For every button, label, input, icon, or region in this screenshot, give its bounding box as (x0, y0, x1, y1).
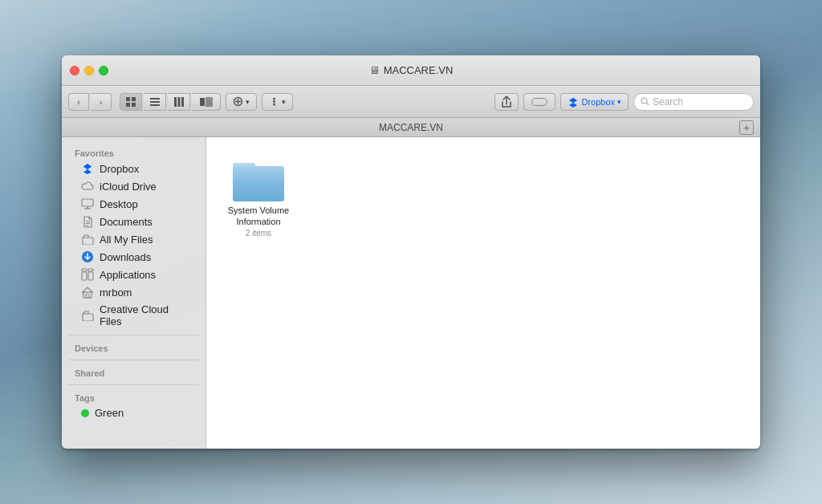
minimize-button[interactable] (84, 66, 94, 75)
forward-button[interactable]: › (91, 93, 112, 111)
svg-rect-0 (126, 97, 130, 101)
svg-rect-33 (86, 295, 89, 298)
sidebar-divider-2 (68, 360, 199, 360)
tags-label: Tags (62, 390, 206, 404)
arrange-button[interactable]: ▾ (226, 93, 257, 111)
sidebar-item-icloud[interactable]: iCloud Drive (65, 177, 202, 195)
forward-icon: › (100, 97, 103, 107)
monitor-icon: 🖥 (369, 64, 380, 76)
sidebar-item-desktop[interactable]: Desktop (65, 195, 202, 213)
svg-rect-2 (126, 103, 130, 107)
sidebar-divider-3 (68, 384, 199, 385)
view-cover-button[interactable] (192, 93, 221, 111)
close-button[interactable] (70, 66, 79, 75)
arrange-chevron: ▾ (246, 98, 250, 106)
svg-point-18 (641, 98, 647, 104)
sidebar: Favorites Dropbox iCloud Dri (62, 137, 206, 449)
title-bar: 🖥 MACCARE.VN (62, 55, 760, 86)
sidebar-item-downloads[interactable]: Downloads (65, 248, 202, 266)
sidebar-applications-label: Applications (100, 269, 156, 281)
sidebar-allmyfiles-label: All My Files (100, 234, 153, 246)
back-button[interactable]: ‹ (68, 93, 89, 111)
arrange-icon (233, 96, 243, 107)
tag-button[interactable] (523, 93, 555, 111)
folder-system-volume[interactable]: System Volume Information 2 items (222, 153, 295, 244)
icon-columns (173, 96, 185, 108)
folder-body (233, 166, 284, 201)
view-mode-buttons (120, 93, 221, 111)
desktop-icon (81, 197, 94, 210)
home-icon (81, 286, 94, 299)
toolbar: ‹ › (62, 86, 760, 118)
dropbox-button[interactable]: Dropbox ▾ (560, 93, 629, 111)
svg-rect-11 (206, 97, 213, 107)
svg-rect-34 (83, 314, 93, 321)
favorites-label: Favorites (62, 145, 206, 160)
applications-icon (81, 268, 94, 281)
sidebar-item-creative[interactable]: Creative Cloud Files (65, 301, 202, 330)
sidebar-creative-label: Creative Cloud Files (100, 303, 189, 327)
action-button[interactable]: ▾ (262, 93, 293, 111)
view-list-button[interactable] (144, 93, 166, 111)
svg-rect-7 (174, 97, 177, 107)
svg-rect-31 (88, 269, 93, 271)
icon-list (149, 96, 161, 108)
share-icon (501, 96, 512, 108)
svg-rect-30 (82, 269, 87, 271)
sidebar-item-tag-green[interactable]: Green (65, 404, 202, 421)
search-placeholder: Search (653, 96, 683, 108)
add-button[interactable]: + (739, 120, 754, 135)
documents-icon (81, 215, 94, 228)
svg-rect-28 (82, 272, 87, 280)
folder-count-system-volume: 2 items (246, 229, 271, 238)
nav-buttons: ‹ › (68, 93, 112, 111)
finder-window: 🖥 MACCARE.VN ‹ › (62, 55, 760, 449)
svg-rect-3 (132, 103, 136, 107)
shared-label: Shared (62, 365, 206, 380)
search-bar[interactable]: Search (633, 93, 754, 111)
svg-point-15 (273, 98, 275, 100)
sidebar-green-label: Green (95, 407, 124, 419)
sidebar-desktop-label: Desktop (100, 198, 138, 210)
sidebar-item-applications[interactable]: Applications (65, 266, 202, 283)
svg-rect-10 (200, 98, 205, 106)
dropbox-sidebar-icon (81, 162, 94, 175)
svg-rect-9 (181, 97, 184, 107)
view-icon-button[interactable] (120, 93, 142, 111)
view-column-button[interactable] (168, 93, 190, 111)
back-icon: ‹ (77, 97, 80, 107)
svg-rect-5 (150, 101, 160, 103)
creative-icon (81, 309, 94, 322)
svg-rect-6 (150, 104, 160, 106)
svg-rect-1 (132, 97, 136, 101)
sidebar-documents-label: Documents (100, 216, 153, 228)
svg-point-17 (273, 104, 275, 106)
folder-name-line1: System Volume (228, 205, 289, 215)
sidebar-item-dropbox[interactable]: Dropbox (65, 160, 202, 177)
maximize-button[interactable] (99, 66, 108, 75)
icloud-icon (81, 180, 94, 193)
sidebar-dropbox-label: Dropbox (100, 163, 139, 175)
svg-line-19 (647, 104, 649, 106)
downloads-icon (81, 250, 94, 263)
allmyfiles-icon (81, 233, 94, 246)
sidebar-item-allmyfiles[interactable]: All My Files (65, 230, 202, 248)
svg-rect-29 (88, 272, 93, 280)
sidebar-item-documents[interactable]: Documents (65, 213, 202, 230)
window-title: 🖥 MACCARE.VN (369, 64, 454, 76)
svg-rect-4 (150, 98, 160, 100)
folder-name-line2: Information (236, 217, 280, 226)
traffic-lights (70, 66, 108, 75)
sidebar-item-home[interactable]: mrbom (65, 283, 202, 301)
sidebar-divider-1 (68, 335, 199, 335)
dropbox-icon (568, 96, 579, 108)
path-label: MACCARE.VN (379, 122, 443, 133)
icon-grid (125, 96, 136, 108)
folder-icon-system-volume (233, 160, 284, 201)
share-button[interactable] (494, 93, 519, 111)
folder-name-system-volume: System Volume Information (228, 205, 289, 228)
dropbox-label: Dropbox (581, 97, 615, 107)
content-area: Favorites Dropbox iCloud Dri (62, 137, 760, 449)
path-bar: MACCARE.VN + (62, 118, 760, 137)
icon-cover (199, 96, 214, 108)
